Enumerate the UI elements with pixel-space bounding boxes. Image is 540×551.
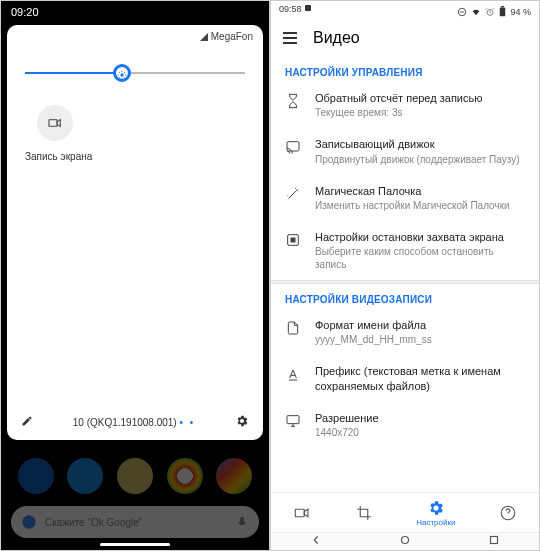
svg-rect-1 bbox=[49, 120, 57, 127]
help-icon bbox=[499, 504, 517, 522]
android-navbar bbox=[271, 532, 539, 550]
home-icon[interactable] bbox=[398, 533, 412, 551]
camcorder-icon bbox=[293, 504, 311, 522]
svg-rect-8 bbox=[502, 6, 505, 7]
monitor-icon bbox=[285, 411, 301, 439]
qs-footer: 10 (QKQ1.191008.001) • • bbox=[7, 414, 263, 430]
settings-icon[interactable] bbox=[117, 458, 153, 494]
text-icon bbox=[285, 364, 301, 393]
stop-icon bbox=[285, 230, 301, 271]
nav-help[interactable] bbox=[499, 504, 517, 522]
svg-rect-16 bbox=[491, 536, 498, 543]
setting-wand[interactable]: Магическая ПалочкаИзменить настройки Маг… bbox=[271, 175, 539, 221]
carrier-label: MegaFon bbox=[200, 31, 253, 42]
dnd-icon bbox=[457, 7, 467, 17]
left-phone: 09:20 MegaFon Запись экрана 10 (QKQ1.191… bbox=[0, 0, 270, 551]
nav-screenshot[interactable] bbox=[355, 504, 373, 522]
slider-thumb-icon[interactable] bbox=[113, 64, 131, 82]
right-app: 09:58 94 % Видео НАСТРОЙКИ УПРАВЛЕНИЯ Об… bbox=[270, 0, 540, 551]
statusbar-right: 09:58 94 % bbox=[271, 1, 539, 19]
nav-settings[interactable]: Настройки bbox=[416, 499, 455, 527]
setting-countdown[interactable]: Обратный отсчёт перед записьюТекущее вре… bbox=[271, 82, 539, 128]
svg-point-15 bbox=[401, 536, 408, 543]
camcorder-icon bbox=[37, 105, 73, 141]
signal-icon bbox=[200, 33, 208, 41]
statusbar-left: 09:20 bbox=[1, 1, 269, 23]
chrome-icon[interactable] bbox=[167, 458, 203, 494]
brightness-slider[interactable] bbox=[25, 65, 245, 81]
search-bar[interactable]: Скажите "Ok Google" bbox=[11, 506, 259, 538]
section-header-controls: НАСТРОЙКИ УПРАВЛЕНИЯ bbox=[271, 57, 539, 82]
setting-prefix[interactable]: Префикс (текстовая метка к именам сохран… bbox=[271, 355, 539, 402]
hourglass-icon bbox=[285, 91, 301, 119]
battery-icon bbox=[499, 6, 506, 17]
recents-icon[interactable] bbox=[487, 533, 501, 551]
file-icon bbox=[285, 318, 301, 346]
svg-point-0 bbox=[120, 73, 123, 76]
svg-rect-12 bbox=[287, 416, 299, 424]
build-info: 10 (QKQ1.191008.001) • • bbox=[73, 417, 196, 428]
app-header: Видео bbox=[271, 19, 539, 57]
bottom-nav: Настройки bbox=[271, 492, 539, 532]
gear-icon[interactable] bbox=[235, 414, 249, 430]
svg-rect-4 bbox=[305, 5, 311, 11]
back-icon[interactable] bbox=[309, 533, 323, 551]
gear-icon bbox=[427, 499, 445, 517]
screen-record-tile[interactable]: Запись экрана bbox=[25, 105, 85, 162]
gesture-bar bbox=[1, 540, 269, 550]
crop-icon bbox=[355, 504, 373, 522]
page-title: Видео bbox=[313, 29, 360, 47]
hamburger-icon[interactable] bbox=[283, 32, 297, 44]
wand-icon bbox=[285, 184, 301, 212]
status-time: 09:20 bbox=[11, 6, 39, 18]
nav-record[interactable] bbox=[293, 504, 311, 522]
section-header-video: НАСТРОЙКИ ВИДЕОЗАПИСИ bbox=[271, 284, 539, 309]
mic-icon[interactable] bbox=[235, 515, 249, 529]
tile-label: Запись экрана bbox=[25, 151, 85, 162]
setting-resolution[interactable]: Разрешение1440x720 bbox=[271, 402, 539, 448]
alarm-icon bbox=[485, 7, 495, 17]
google-icon bbox=[21, 514, 37, 530]
cast-icon bbox=[285, 137, 301, 165]
setting-engine[interactable]: Записывающий движокПродвинутый движок (п… bbox=[271, 128, 539, 174]
svg-rect-7 bbox=[500, 7, 506, 16]
setting-stop[interactable]: Настройки остановки захвата экранаВыбери… bbox=[271, 221, 539, 280]
camera-icon[interactable] bbox=[216, 458, 252, 494]
quick-settings-panel: MegaFon Запись экрана 10 (QKQ1.191008.00… bbox=[7, 25, 263, 440]
search-hint: Скажите "Ok Google" bbox=[45, 517, 142, 528]
svg-rect-13 bbox=[295, 509, 304, 517]
setting-filename[interactable]: Формат имени файлаyyyy_MM_dd_HH_mm_ss bbox=[271, 309, 539, 355]
messages-icon[interactable] bbox=[67, 458, 103, 494]
svg-rect-11 bbox=[291, 238, 295, 242]
wifi-icon bbox=[471, 7, 481, 17]
phone-icon[interactable] bbox=[18, 458, 54, 494]
settings-body: НАСТРОЙКИ УПРАВЛЕНИЯ Обратный отсчёт пер… bbox=[271, 57, 539, 506]
edit-icon[interactable] bbox=[21, 415, 33, 429]
photo-icon bbox=[304, 4, 312, 12]
svg-point-2 bbox=[22, 515, 35, 528]
dock bbox=[1, 458, 269, 502]
svg-rect-9 bbox=[287, 142, 299, 151]
